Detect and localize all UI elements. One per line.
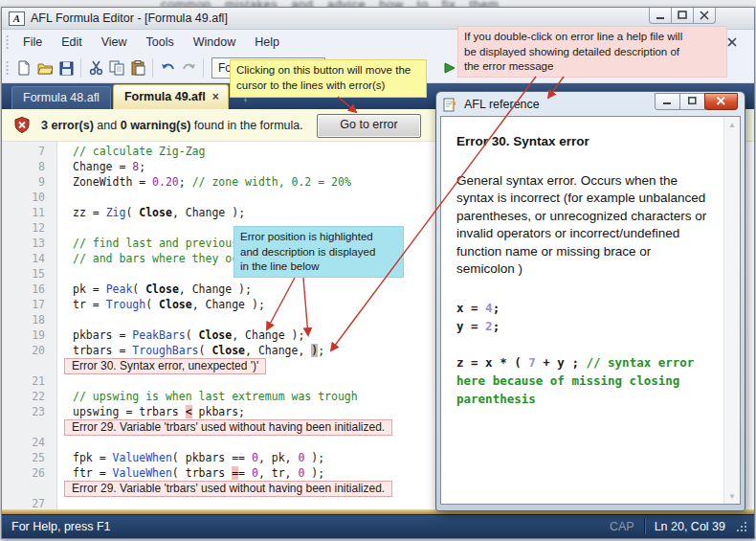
line-number: 13	[2, 236, 45, 251]
line-number: 19	[2, 327, 45, 343]
open-file-button[interactable]	[34, 57, 56, 79]
redo-button[interactable]	[178, 57, 199, 79]
save-button[interactable]	[56, 57, 77, 79]
inline-error-message[interactable]: Error 29. Variable 'trbars' used without…	[64, 481, 392, 497]
menu-file[interactable]: File	[13, 33, 52, 52]
line-number: 20	[2, 343, 45, 358]
resize-grip[interactable]	[735, 520, 748, 533]
app-icon: A	[9, 11, 25, 26]
line-number: 12	[2, 220, 45, 236]
line-number	[2, 358, 45, 373]
help-file-icon: ?	[443, 97, 458, 112]
menu-window[interactable]: Window	[184, 33, 245, 52]
line-number: 24	[2, 435, 45, 450]
line-number: 25	[2, 450, 45, 465]
menubar-grip[interactable]	[6, 34, 9, 50]
status-help-text: For Help, press F1	[11, 520, 111, 533]
new-file-button[interactable]	[13, 57, 34, 79]
go-to-error-button[interactable]: Go to error	[317, 114, 421, 138]
scissors-icon	[89, 60, 103, 76]
annotation-double-click-help: If you double-click on error line a help…	[457, 26, 727, 78]
reference-scrollbar[interactable]: ▲ ▼	[723, 117, 740, 504]
line-number: 26	[2, 465, 45, 481]
reference-close-button[interactable]	[704, 93, 738, 110]
reference-maximize-button[interactable]	[679, 93, 705, 110]
line-number: 8	[2, 159, 45, 174]
scroll-up-button[interactable]: ▲	[724, 117, 740, 132]
paste-button[interactable]	[127, 57, 148, 79]
inline-error-message[interactable]: Error 30. Syntax error, unexpected ')'	[64, 358, 266, 374]
menu-tools[interactable]: Tools	[137, 33, 184, 52]
window-minimize-button[interactable]	[649, 8, 672, 24]
line-number: 18	[2, 312, 45, 327]
line-number: 10	[2, 190, 45, 205]
line-number: 22	[2, 389, 45, 404]
reference-minimize-button[interactable]	[655, 93, 680, 110]
line-number: 16	[2, 282, 45, 297]
line-number: 9	[2, 174, 45, 190]
tab-formula-48[interactable]: Formula 48.afl	[11, 86, 111, 109]
line-number: 21	[2, 373, 45, 389]
line-number: 7	[2, 144, 45, 159]
window-close-button[interactable]	[693, 8, 716, 24]
reference-body: General syntax error. Occurs when the sy…	[456, 172, 709, 279]
error-summary: 3 error(s) and 0 warning(s) found in the…	[41, 119, 303, 132]
line-number: 23	[2, 404, 45, 419]
maximize-icon	[678, 11, 687, 20]
tab-formula-49[interactable]: Formula 49.afl ×	[113, 84, 229, 109]
undo-button[interactable]	[157, 57, 178, 79]
minimize-icon	[656, 11, 665, 20]
reference-heading: Error 30. Syntax error	[456, 133, 709, 151]
line-number	[2, 481, 45, 496]
menu-help[interactable]: Help	[245, 33, 289, 52]
window-maximize-button[interactable]	[671, 8, 694, 24]
svg-text:?: ?	[451, 99, 456, 112]
undo-icon	[160, 61, 176, 75]
window-title: AFL Formula Editor - [Formula 49.afl]	[31, 11, 228, 25]
status-bar: For Help, press F1 CAP Ln 20, Col 39	[2, 514, 754, 538]
cursor-position: Ln 20, Col 39	[655, 520, 725, 533]
open-folder-icon	[37, 60, 54, 76]
error-shield-icon	[14, 117, 30, 133]
menu-items: FileEditViewToolsWindowHelp	[13, 33, 289, 52]
scroll-down-button[interactable]: ▼	[724, 488, 740, 504]
toolbar-separator	[152, 58, 153, 78]
tab-label: Formula 49.afl	[124, 90, 206, 103]
caps-lock-indicator: CAP	[610, 520, 634, 533]
reference-window-title: AFL reference	[464, 98, 540, 111]
line-number: 11	[2, 205, 45, 220]
line-number: 15	[2, 266, 45, 282]
status-separator	[644, 519, 645, 534]
line-number: 27	[2, 496, 45, 509]
maximize-icon	[688, 97, 697, 105]
line-number: 14	[2, 251, 45, 266]
cut-button[interactable]	[85, 57, 106, 79]
close-icon	[717, 97, 725, 105]
new-file-icon	[16, 60, 32, 76]
line-number: 17	[2, 297, 45, 312]
menu-edit[interactable]: Edit	[52, 33, 92, 52]
toolbar-separator	[203, 58, 204, 78]
close-icon	[700, 11, 709, 20]
line-number	[2, 419, 45, 435]
copy-button[interactable]	[106, 57, 127, 79]
toolbar-grip[interactable]	[6, 60, 9, 76]
copy-icon	[109, 60, 124, 76]
reference-title-bar: ? AFL reference	[436, 92, 745, 116]
redo-icon	[181, 61, 197, 75]
toolbar-separator	[80, 58, 81, 78]
inline-error-message[interactable]: Error 29. Variable 'trbars' used without…	[64, 419, 392, 436]
run-play-icon	[444, 62, 456, 74]
tab-close-icon[interactable]: ×	[212, 92, 219, 101]
document-close-button[interactable]	[727, 37, 737, 47]
minimize-icon	[663, 97, 672, 105]
ref-code: x = 4;y = 2; z = x * ( 7 + y ; // syntax…	[456, 299, 709, 408]
reference-content[interactable]: Error 30. Syntax error General syntax er…	[440, 116, 741, 505]
menu-view[interactable]: View	[92, 33, 137, 52]
paste-clipboard-icon	[131, 60, 145, 76]
afl-reference-window: ? AFL reference Error 30. Syntax error G…	[435, 91, 745, 511]
save-floppy-icon	[59, 61, 74, 76]
annotation-go-to-error: Clicking on this button will move the cu…	[230, 59, 427, 98]
annotation-error-position: Error position is highlighted and descri…	[233, 226, 404, 278]
